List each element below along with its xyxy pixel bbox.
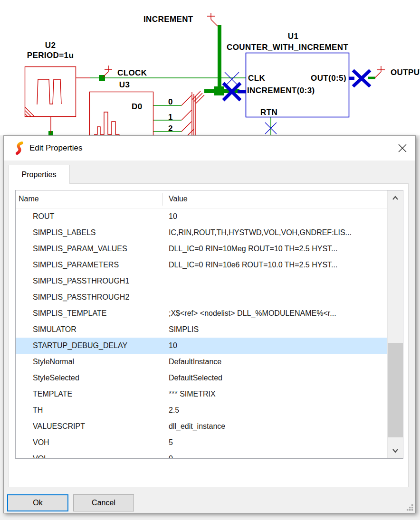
u3-d0-pin-label: D0 [132, 102, 143, 111]
u3-pin1-label: 1 [168, 113, 173, 122]
table-row[interactable]: SIMPLIS_TEMPLATE ;X$<ref> <nodelist> DLL… [16, 305, 387, 321]
u3-pin0-label: 0 [168, 97, 173, 106]
u3-pin2-label: 2 [168, 124, 173, 133]
table-row[interactable]: SIMPLIS_LABELS IC,RIN,ROUT,TH,HYSTWD,VOL… [16, 225, 387, 241]
property-name[interactable]: SIMULATOR [16, 321, 169, 338]
dialog-titlebar[interactable]: Edit Properties [4, 136, 415, 161]
property-value[interactable]: DefaultInstance [169, 354, 387, 370]
vertical-scrollbar[interactable] [387, 190, 403, 458]
property-value[interactable]: 5 [169, 435, 387, 451]
property-name[interactable]: STARTUP_DEBUG_DELAY [16, 338, 169, 354]
property-value[interactable]: ;X$<ref> <nodelist> DLL_%MODULENAME%<r..… [169, 305, 387, 321]
component-u2[interactable] [25, 67, 76, 117]
property-value[interactable]: 10 [169, 208, 387, 225]
dialog-title: Edit Properties [29, 136, 83, 161]
schematic-canvas[interactable]: U2 PERIOD=1u CLOCK U3 D0 0 1 2 INCREMENT… [0, 0, 420, 135]
property-name[interactable]: SIMPLIS_LABELS [16, 225, 169, 241]
u2-corner-hatch [25, 107, 34, 116]
u1-increment-pin-label: INCREMENT(0:3) [247, 86, 315, 95]
u3-ref-label: U3 [119, 80, 130, 89]
table-row[interactable]: SIMPLIS_PARAMETERS DLL_IC=0 RIN=10e6 ROU… [16, 257, 387, 273]
table-rows: ROUT 10 SIMPLIS_LABELS IC,RIN,ROUT,TH,HY… [16, 208, 387, 458]
property-value[interactable]: DefaultSelected [169, 370, 387, 386]
property-name[interactable]: SIMPLIS_PARAM_VALUES [16, 241, 169, 257]
green-bus[interactable] [48, 25, 239, 135]
property-name[interactable]: TH [16, 402, 169, 418]
bus-junction-node [214, 86, 224, 95]
table-row[interactable]: VOH 5 [16, 435, 387, 451]
clock-net-label: CLOCK [117, 68, 147, 77]
properties-table[interactable]: Name Value ROUT 10 SIMPLIS_LABELS IC,RIN… [15, 190, 403, 459]
property-name[interactable]: SIMPLIS_PASSTHROUGH1 [16, 273, 169, 289]
property-value[interactable]: DLL_IC=0 RIN=10Meg ROUT=10 TH=2.5 HYST..… [169, 241, 387, 257]
u1-clk-pin-label: CLK [248, 74, 265, 83]
property-name[interactable]: SIMPLIS_TEMPLATE [16, 305, 169, 321]
chevron-up-icon [392, 196, 399, 200]
property-name[interactable]: TEMPLATE [16, 386, 169, 402]
property-value[interactable]: IC,RIN,ROUT,TH,HYSTWD,VOL,VOH,GNDREF:LIS… [169, 225, 387, 241]
ok-button[interactable]: Ok [7, 494, 68, 511]
table-row[interactable]: SIMULATOR SIMPLIS [16, 321, 387, 338]
property-name[interactable]: SIMPLIS_PASSTHROUGH2 [16, 289, 169, 305]
property-value[interactable]: DLL_IC=0 RIN=10e6 ROUT=10.0 TH=2.5 HYST.… [169, 257, 387, 273]
output-net-label: OUTPUT [391, 68, 420, 77]
table-row[interactable]: VALUESCRIPT dll_edit_instance [16, 418, 387, 435]
property-value[interactable]: 2.5 [169, 402, 387, 418]
scrollbar-thumb[interactable] [388, 343, 403, 437]
property-value[interactable]: dll_edit_instance [169, 418, 387, 435]
table-row[interactable]: TEMPLATE *** SIMETRIX [16, 386, 387, 402]
u2-ref-label: U2 [45, 41, 56, 50]
u1-ref-label: U1 [288, 32, 299, 41]
property-name[interactable]: StyleSelected [16, 370, 169, 386]
table-row[interactable]: SIMPLIS_PARAM_VALUES DLL_IC=0 RIN=10Meg … [16, 241, 387, 257]
table-row[interactable]: SIMPLIS_PASSTHROUGH2 [16, 289, 387, 305]
simetrix-logo-icon [14, 141, 25, 155]
property-value[interactable] [169, 289, 387, 305]
tab-properties[interactable]: Properties [8, 165, 70, 184]
table-header: Name Value [16, 190, 403, 208]
u3-step-waveform [94, 112, 123, 135]
close-icon[interactable] [396, 142, 409, 154]
scroll-down-button[interactable] [388, 443, 403, 458]
property-name[interactable]: VOL [16, 451, 169, 458]
table-row[interactable]: StyleSelected DefaultSelected [16, 370, 387, 386]
property-value[interactable]: 10 [169, 338, 387, 354]
u1-rtn-pin-label: RTN [260, 108, 277, 117]
cancel-button[interactable]: Cancel [73, 494, 134, 511]
u2-pulse-waveform [37, 79, 61, 104]
increment-terminal-symbol[interactable] [207, 13, 218, 26]
table-row[interactable]: TH 2.5 [16, 402, 387, 418]
property-value[interactable]: *** SIMETRIX [169, 386, 387, 402]
property-name[interactable]: VALUESCRIPT [16, 418, 169, 435]
clock-terminal-symbol[interactable] [103, 66, 112, 77]
column-header-value[interactable]: Value [169, 190, 188, 208]
table-row[interactable]: STARTUP_DEBUG_DELAY 10 [16, 338, 387, 354]
chevron-down-icon [392, 448, 399, 453]
property-value[interactable]: 0 [169, 451, 387, 458]
property-name[interactable]: StyleNormal [16, 354, 169, 370]
scroll-up-button[interactable] [388, 190, 403, 206]
table-row[interactable]: ROUT 10 [16, 208, 387, 225]
property-value[interactable] [169, 273, 387, 289]
out-bus-connector-icon[interactable] [353, 70, 370, 86]
clk-pin-cross-icon [225, 72, 239, 86]
column-divider[interactable] [162, 193, 162, 206]
edit-properties-dialog: Edit Properties Properties Name Value RO… [3, 135, 416, 513]
u1-out-pin-label: OUT(0:5) [311, 74, 346, 83]
schematic-svg: U2 PERIOD=1u CLOCK U3 D0 0 1 2 INCREMENT… [0, 0, 420, 135]
table-row[interactable]: VOL 0 [16, 451, 387, 458]
column-header-name[interactable]: Name [19, 190, 39, 208]
property-value[interactable]: SIMPLIS [169, 321, 387, 338]
increment-net-label: INCREMENT [143, 15, 193, 24]
properties-pane: Name Value ROUT 10 SIMPLIS_LABELS IC,RIN… [8, 183, 409, 487]
resize-grip[interactable] [407, 504, 414, 511]
table-row[interactable]: SIMPLIS_PASSTHROUGH1 [16, 273, 387, 289]
property-name[interactable]: SIMPLIS_PARAMETERS [16, 257, 169, 273]
table-row[interactable]: StyleNormal DefaultInstance [16, 354, 387, 370]
output-terminal-symbol[interactable] [375, 66, 385, 78]
increment-bus-vertical[interactable] [218, 25, 221, 93]
property-name[interactable]: ROUT [16, 208, 169, 225]
component-u3[interactable] [90, 92, 153, 136]
u2-param-label: PERIOD=1u [27, 51, 74, 60]
property-name[interactable]: VOH [16, 435, 169, 451]
